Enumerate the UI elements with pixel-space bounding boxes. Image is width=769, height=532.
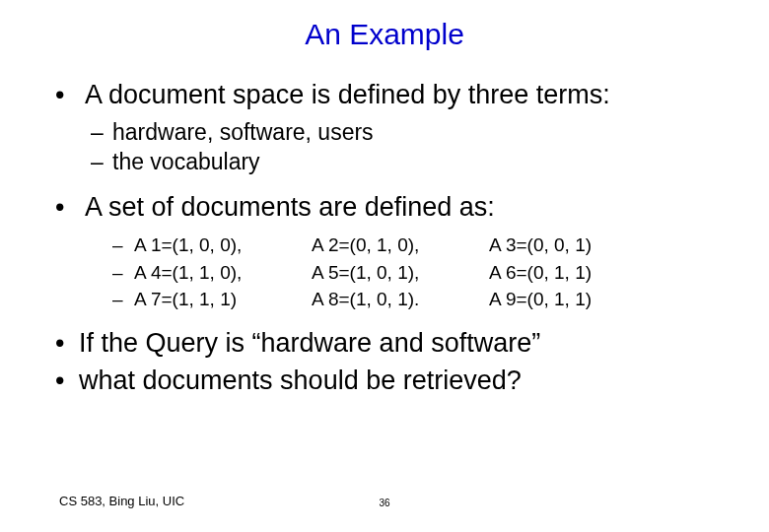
doc-cell: A 1=(1, 0, 0),: [134, 232, 312, 259]
doc-cell: A 8=(1, 0, 1).: [312, 286, 489, 313]
doc-cell: A 3=(0, 0, 1): [489, 232, 592, 259]
bullet-1-sub-1: hardware, software, users: [112, 118, 710, 148]
bullet-3: If the Query is “hardware and software”: [79, 327, 710, 361]
bullet-2-text: A set of documents are defined as:: [85, 192, 495, 222]
doc-row: A 1=(1, 0, 0), A 2=(0, 1, 0), A 3=(0, 0,…: [112, 232, 710, 259]
doc-cell: A 6=(0, 1, 1): [489, 259, 592, 287]
footer-course-info: CS 583, Bing Liu, UIC: [59, 494, 184, 508]
bullet-list: A document space is defined by three ter…: [59, 79, 710, 397]
doc-cell: A 2=(0, 1, 0),: [312, 232, 489, 259]
bullet-1-text: A document space is defined by three ter…: [85, 80, 610, 109]
doc-cell: A 5=(1, 0, 1),: [312, 259, 489, 287]
bullet-2: A set of documents are defined as: A 1=(…: [79, 191, 710, 313]
bullet-1-sub-2: the vocabulary: [112, 148, 710, 177]
documents-list: A 1=(1, 0, 0), A 2=(0, 1, 0), A 3=(0, 0,…: [79, 232, 710, 313]
slide-title: An Example: [59, 18, 710, 51]
bullet-1: A document space is defined by three ter…: [79, 79, 710, 177]
bullet-1-sublist: hardware, software, users the vocabulary: [79, 118, 710, 177]
doc-row: A 7=(1, 1, 1) A 8=(1, 0, 1). A 9=(0, 1, …: [112, 286, 710, 313]
footer-page-number: 36: [379, 498, 389, 508]
doc-cell: A 9=(0, 1, 1): [489, 286, 592, 313]
bullet-4: what documents should be retrieved?: [79, 365, 710, 398]
doc-row: A 4=(1, 1, 0), A 5=(1, 0, 1), A 6=(0, 1,…: [112, 259, 710, 287]
slide: An Example A document space is defined b…: [0, 0, 769, 532]
doc-cell: A 7=(1, 1, 1): [134, 286, 312, 313]
doc-cell: A 4=(1, 1, 0),: [134, 259, 312, 287]
